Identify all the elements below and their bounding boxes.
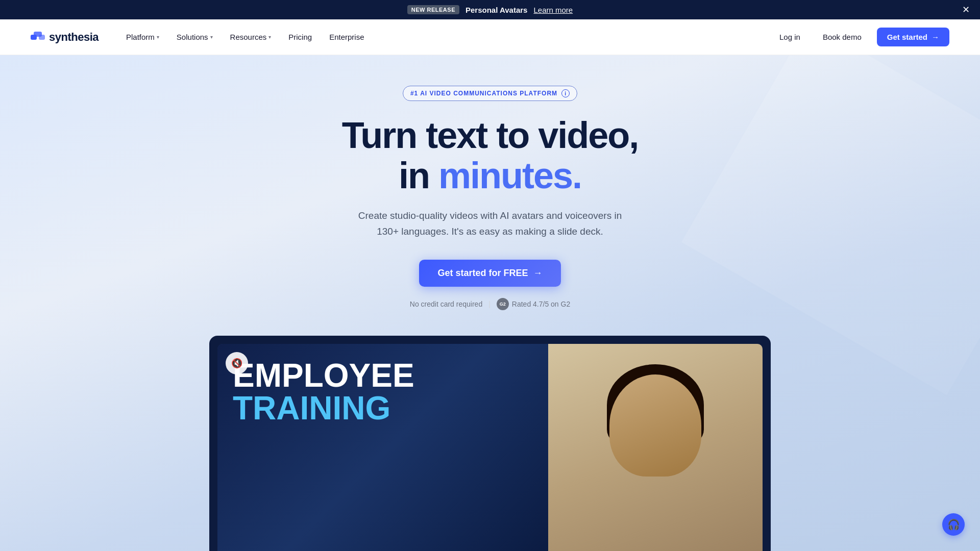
cta-arrow-icon: → — [533, 268, 543, 279]
hero-subtitle: Create studio-quality videos with AI ava… — [357, 208, 623, 239]
nav-enterprise[interactable]: Enterprise — [322, 29, 371, 45]
hero-title: Turn text to video, in minutes. — [342, 115, 639, 196]
announcement-badge: NEW RELEASE — [407, 5, 459, 14]
video-title-line2: TRAINING — [233, 392, 414, 424]
learn-more-link[interactable]: Learn more — [533, 6, 573, 14]
no-credit-card-text: No credit card required — [410, 300, 482, 308]
info-icon[interactable]: i — [561, 89, 570, 97]
solutions-chevron-icon: ▾ — [210, 34, 213, 40]
video-title-line1: EMPLOYEE — [233, 359, 414, 392]
announcement-title: Personal Avatars — [465, 6, 527, 14]
support-button[interactable]: 🎧 — [942, 513, 965, 536]
platform-chevron-icon: ▾ — [157, 34, 159, 40]
get-started-arrow-icon: → — [932, 33, 939, 41]
nav-solutions[interactable]: Solutions ▾ — [169, 29, 220, 45]
g2-rating-text: Rated 4.7/5 on G2 — [512, 300, 570, 308]
g2-badge: G2 Rated 4.7/5 on G2 — [497, 298, 570, 310]
video-preview: EMPLOYEE TRAINING 🔇 — [209, 336, 771, 551]
nav-right: Log in Book demo Get started → — [772, 28, 949, 46]
video-text-overlay: EMPLOYEE TRAINING — [233, 359, 414, 424]
login-link[interactable]: Log in — [772, 29, 807, 45]
logo[interactable]: synthesia — [31, 31, 99, 44]
announcement-close-button[interactable]: ✕ — [962, 5, 970, 14]
svg-rect-2 — [34, 32, 42, 37]
hero-badge: #1 AI VIDEO COMMUNICATIONS PLATFORM i — [403, 86, 577, 101]
logo-text: synthesia — [49, 31, 99, 44]
video-left-panel: EMPLOYEE TRAINING — [217, 344, 548, 551]
get-started-button[interactable]: Get started → — [877, 28, 949, 46]
avatar-head — [609, 374, 701, 477]
g2-icon: G2 — [497, 298, 509, 310]
video-inner: EMPLOYEE TRAINING 🔇 — [217, 344, 763, 551]
mute-button[interactable]: 🔇 — [226, 352, 248, 374]
nav-links: Platform ▾ Solutions ▾ Resources ▾ Prici… — [119, 29, 772, 45]
nav-resources[interactable]: Resources ▾ — [223, 29, 279, 45]
video-right-panel — [548, 344, 763, 551]
announcement-bar: NEW RELEASE Personal Avatars Learn more … — [0, 0, 980, 19]
book-demo-link[interactable]: Book demo — [816, 29, 869, 45]
hero-cta-button[interactable]: Get started for FREE → — [419, 260, 560, 287]
nav-platform[interactable]: Platform ▾ — [119, 29, 166, 45]
hero-social-proof: No credit card required | G2 Rated 4.7/5… — [410, 298, 570, 310]
hero-section: #1 AI VIDEO COMMUNICATIONS PLATFORM i Tu… — [0, 55, 980, 551]
avatar-figure — [548, 344, 763, 551]
nav-pricing[interactable]: Pricing — [281, 29, 319, 45]
navbar: synthesia Platform ▾ Solutions ▾ Resourc… — [0, 19, 980, 55]
resources-chevron-icon: ▾ — [268, 34, 271, 40]
divider: | — [488, 300, 491, 308]
logo-icon — [31, 32, 45, 43]
